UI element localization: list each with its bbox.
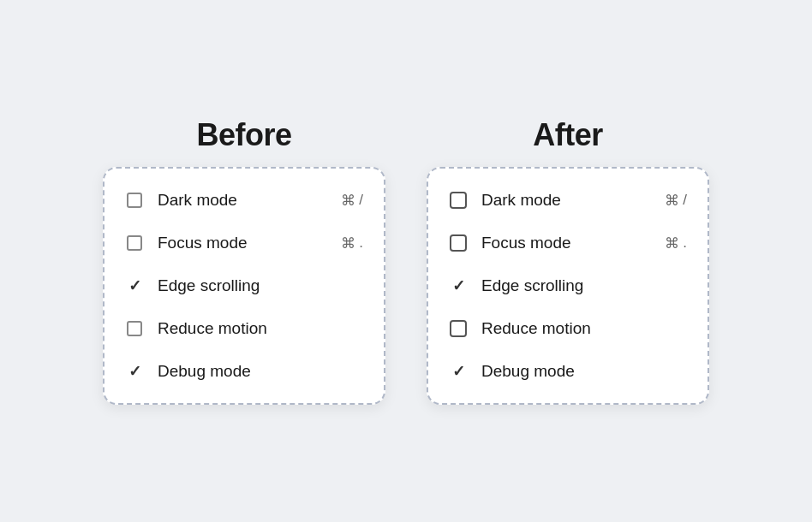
before-focus-mode-cmd: ⌘ xyxy=(341,234,355,252)
before-dark-mode-key: / xyxy=(359,192,363,209)
after-focus-mode-icon xyxy=(449,234,468,252)
before-debug-mode-item[interactable]: ✓ Debug mode xyxy=(104,350,384,393)
before-title: Before xyxy=(196,117,291,153)
after-dark-mode-item[interactable]: Dark mode ⌘ / xyxy=(428,179,708,222)
after-panel: After Dark mode ⌘ / Focus mode xyxy=(427,117,709,405)
after-card: Dark mode ⌘ / Focus mode ⌘ . xyxy=(427,167,709,405)
after-debug-mode-icon: ✓ xyxy=(449,364,468,379)
after-dark-mode-label: Dark mode xyxy=(481,191,651,210)
after-debug-mode-item[interactable]: ✓ Debug mode xyxy=(428,350,708,393)
before-dark-mode-icon xyxy=(125,193,144,208)
after-edge-scrolling-item[interactable]: ✓ Edge scrolling xyxy=(428,264,708,307)
before-dark-mode-cmd: ⌘ xyxy=(341,192,355,210)
after-dark-mode-cmd: ⌘ xyxy=(665,192,679,210)
before-debug-mode-check: ✓ xyxy=(128,364,141,379)
after-reduce-motion-checkbox xyxy=(450,320,467,337)
after-focus-mode-key: . xyxy=(683,234,687,252)
after-debug-mode-check: ✓ xyxy=(452,364,465,379)
after-dark-mode-icon xyxy=(449,192,468,209)
after-debug-mode-label: Debug mode xyxy=(481,362,687,381)
before-dark-mode-shortcut: ⌘ / xyxy=(341,192,363,210)
before-edge-scrolling-item[interactable]: ✓ Edge scrolling xyxy=(104,264,384,307)
after-reduce-motion-label: Reduce motion xyxy=(481,319,687,338)
after-edge-scrolling-icon: ✓ xyxy=(449,278,468,294)
before-edge-scrolling-icon: ✓ xyxy=(125,278,144,294)
before-dark-mode-checkbox xyxy=(127,193,142,208)
before-focus-mode-checkbox xyxy=(127,235,142,251)
before-focus-mode-shortcut: ⌘ . xyxy=(341,234,363,252)
before-reduce-motion-icon xyxy=(125,321,144,336)
before-reduce-motion-label: Reduce motion xyxy=(158,319,363,338)
before-reduce-motion-checkbox xyxy=(127,321,142,336)
after-reduce-motion-item[interactable]: Reduce motion xyxy=(428,307,708,350)
before-panel: Before Dark mode ⌘ / Focus mode xyxy=(103,117,385,405)
after-title: After xyxy=(533,117,603,153)
after-focus-mode-label: Focus mode xyxy=(481,234,651,252)
main-container: Before Dark mode ⌘ / Focus mode xyxy=(103,117,709,405)
before-reduce-motion-item[interactable]: Reduce motion xyxy=(104,307,384,350)
after-focus-mode-cmd: ⌘ xyxy=(665,234,679,252)
after-focus-mode-shortcut: ⌘ . xyxy=(665,234,687,252)
after-focus-mode-item[interactable]: Focus mode ⌘ . xyxy=(428,222,708,264)
after-edge-scrolling-label: Edge scrolling xyxy=(481,276,687,295)
after-dark-mode-shortcut: ⌘ / xyxy=(665,192,687,210)
before-dark-mode-item[interactable]: Dark mode ⌘ / xyxy=(104,179,384,222)
after-dark-mode-checkbox xyxy=(450,192,467,209)
before-focus-mode-item[interactable]: Focus mode ⌘ . xyxy=(104,222,384,264)
after-dark-mode-key: / xyxy=(683,192,687,209)
before-debug-mode-icon: ✓ xyxy=(125,364,144,379)
after-edge-scrolling-check: ✓ xyxy=(452,278,465,294)
after-focus-mode-checkbox xyxy=(450,234,467,252)
after-reduce-motion-icon xyxy=(449,320,468,337)
before-edge-scrolling-check: ✓ xyxy=(128,278,141,294)
before-focus-mode-icon xyxy=(125,235,144,251)
before-focus-mode-key: . xyxy=(359,234,363,252)
before-dark-mode-label: Dark mode xyxy=(158,191,327,210)
before-edge-scrolling-label: Edge scrolling xyxy=(158,276,363,295)
before-debug-mode-label: Debug mode xyxy=(158,362,363,381)
before-focus-mode-label: Focus mode xyxy=(158,234,327,252)
before-card: Dark mode ⌘ / Focus mode ⌘ . xyxy=(103,167,385,405)
